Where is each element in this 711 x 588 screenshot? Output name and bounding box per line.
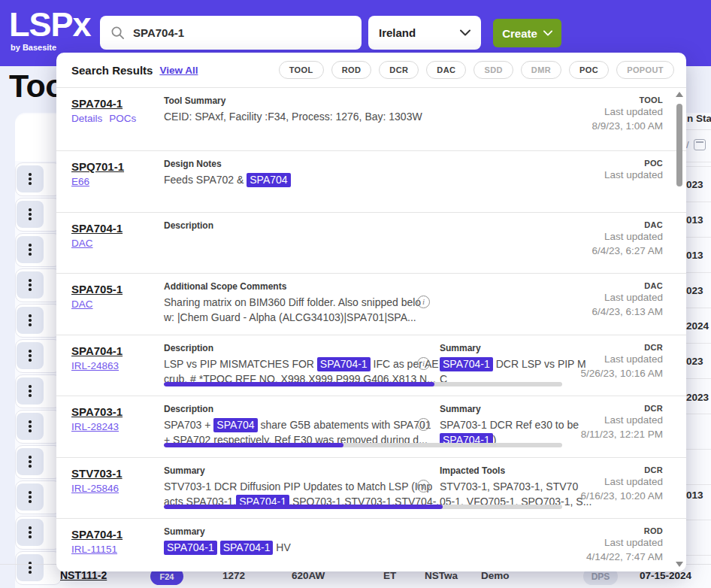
search-match-highlight: SPA704-1: [317, 357, 371, 371]
create-button[interactable]: Create: [493, 19, 561, 47]
filter-chip-rod[interactable]: ROD: [331, 61, 372, 79]
result-row[interactable]: SPA704-1DetailsPOCsTool SummaryCEID: SPA…: [56, 88, 686, 151]
info-icon[interactable]: i: [417, 357, 430, 370]
field-label: Summary: [440, 343, 575, 353]
search-match-highlight: SPA704-1: [220, 541, 274, 555]
kebab-menu-icon[interactable]: [17, 307, 44, 334]
last-updated-label: Last updated: [586, 535, 663, 550]
result-sub-link[interactable]: DAC: [71, 238, 93, 249]
kebab-menu-icon[interactable]: [17, 519, 44, 546]
search-icon: [110, 26, 125, 40]
result-title-link[interactable]: STV703-1: [71, 467, 123, 480]
kebab-menu-icon[interactable]: [17, 165, 44, 192]
result-title-link[interactable]: SPA704-1: [71, 222, 123, 235]
result-meta: DCRLast updated6/16/23, 10:20 AM: [580, 465, 663, 503]
result-title-link[interactable]: SPA703-1: [71, 405, 123, 418]
info-icon[interactable]: i: [417, 418, 430, 431]
field-label: Tool Summary: [164, 95, 416, 106]
results-scrollbar[interactable]: [675, 92, 684, 567]
result-sub-link[interactable]: IRL-25846: [71, 483, 119, 494]
result-row[interactable]: SPA703-1IRL-28243DescriptionSPA703 + SPA…: [56, 396, 686, 458]
kebab-menu-icon[interactable]: [17, 483, 44, 511]
result-row[interactable]: STV703-1IRL-25846SummarySTV703-1 DCR Dif…: [56, 458, 686, 519]
result-title-link[interactable]: SPA704-1: [71, 97, 123, 110]
relevance-bar: [164, 443, 562, 447]
result-links: E66: [71, 176, 89, 187]
result-title-link[interactable]: SPA704-1: [71, 344, 123, 357]
result-sub-link[interactable]: IRL-28243: [71, 421, 119, 432]
table-date-fragment: 023: [686, 356, 703, 367]
result-title-link[interactable]: SPQ701-1: [71, 160, 124, 173]
result-sub-link[interactable]: POCs: [109, 113, 136, 124]
result-sub-link[interactable]: DAC: [71, 299, 93, 310]
field-text-line: SPA703-1 DCR Ref e30 to be: [440, 418, 575, 433]
result-row[interactable]: SPA704-1DACDescriptionDACLast updated6/4…: [56, 213, 686, 274]
result-field: SummarySPA704-1 DCR LSP vs PIP MC: [440, 343, 575, 386]
result-row[interactable]: SPA704-1IRL-24863DescriptionLSP vs PIP M…: [56, 335, 686, 396]
field-label: Description: [164, 343, 416, 353]
result-field: DescriptionLSP vs PIP MISMATCHES FOR SPA…: [164, 343, 416, 386]
result-sub-link[interactable]: E66: [71, 176, 89, 187]
logo-text: LSPx: [9, 8, 91, 42]
field-label: Impacted Tools: [440, 465, 575, 476]
kebab-menu-icon[interactable]: [17, 448, 44, 475]
result-row[interactable]: SPA704-1IRL-11151SummarySPA704-1 SPA704-…: [56, 519, 686, 571]
last-updated-date: 4/14/22, 7:47 AM: [586, 550, 663, 564]
scroll-up-arrow-icon[interactable]: [676, 92, 683, 97]
table-cell: Demo: [481, 570, 510, 581]
kebab-menu-icon[interactable]: [17, 236, 44, 263]
filter-chip-sdd[interactable]: SDD: [473, 61, 513, 79]
scrollbar-thumb[interactable]: [676, 104, 682, 186]
field-text-line: SPA704-1 SPA704-1 HV: [164, 541, 416, 556]
field-text-line: LSP vs PIP MISMATCHES FOR SPA704-1 IFC a…: [164, 357, 416, 372]
table-row-divider: [686, 166, 711, 167]
table-row-divider: [686, 308, 711, 308]
info-icon[interactable]: i: [417, 480, 430, 493]
app-logo[interactable]: LSPx by Basesite: [9, 8, 91, 52]
relevance-bar: [164, 505, 562, 509]
field-text-line: Sharing matrix on BIM360 Diff folder. Al…: [164, 296, 416, 311]
filter-chip-tool[interactable]: TOOL: [279, 61, 324, 79]
field-label: Description: [164, 220, 416, 231]
info-icon[interactable]: i: [417, 296, 430, 308]
result-row[interactable]: SPQ701-1E66Design NotesFeeds SPA702 & SP…: [56, 151, 686, 213]
last-updated-date: 6/16/23, 10:20 AM: [580, 489, 663, 503]
result-type-badge: TOOL: [591, 95, 663, 105]
table-row-divider: [686, 449, 711, 450]
result-sub-link[interactable]: IRL-11151: [71, 544, 117, 555]
result-links: IRL-25846: [71, 483, 119, 494]
global-search-input[interactable]: SPA704-1: [100, 16, 362, 50]
search-match-highlight: SPA704-1: [164, 541, 217, 555]
result-type-badge: DAC: [591, 220, 663, 229]
result-type-badge: DCR: [581, 404, 663, 413]
region-select[interactable]: Ireland: [368, 16, 481, 50]
view-all-link[interactable]: View All: [159, 65, 198, 76]
result-type-badge: DCR: [580, 343, 663, 352]
kebab-menu-icon[interactable]: [17, 201, 44, 228]
filter-chip-dac[interactable]: DAC: [426, 61, 466, 79]
kebab-menu-icon[interactable]: [17, 342, 44, 369]
result-title-link[interactable]: SPA704-1: [71, 528, 123, 541]
last-updated-label: Last updated: [591, 105, 663, 119]
calendar-icon[interactable]: [694, 139, 706, 150]
result-links: DAC: [71, 238, 93, 249]
filter-chip-popout[interactable]: POPOUT: [616, 61, 674, 79]
result-links: DAC: [71, 299, 93, 310]
result-title-link[interactable]: SPA705-1: [71, 283, 123, 296]
result-type-badge: DAC: [591, 281, 663, 290]
filter-chip-poc[interactable]: POC: [569, 61, 609, 79]
kebab-menu-icon[interactable]: [17, 271, 44, 299]
scroll-down-arrow-icon[interactable]: [676, 562, 683, 567]
kebab-menu-icon[interactable]: [17, 377, 44, 405]
table-cell: 620AW: [292, 570, 325, 581]
last-updated-label: Last updated: [580, 474, 663, 489]
result-sub-link[interactable]: IRL-24863: [71, 360, 119, 371]
result-row[interactable]: SPA705-1DACAdditional Scope CommentsShar…: [56, 274, 686, 335]
kebab-menu-icon[interactable]: [17, 413, 44, 440]
result-sub-link[interactable]: Details: [71, 113, 102, 124]
filter-chip-dmr[interactable]: DMR: [521, 61, 561, 79]
field-label: Description: [164, 404, 416, 414]
field-label: Summary: [440, 404, 575, 414]
filter-chip-dcr[interactable]: DCR: [379, 61, 419, 79]
last-updated-label: Last updated: [581, 413, 663, 427]
